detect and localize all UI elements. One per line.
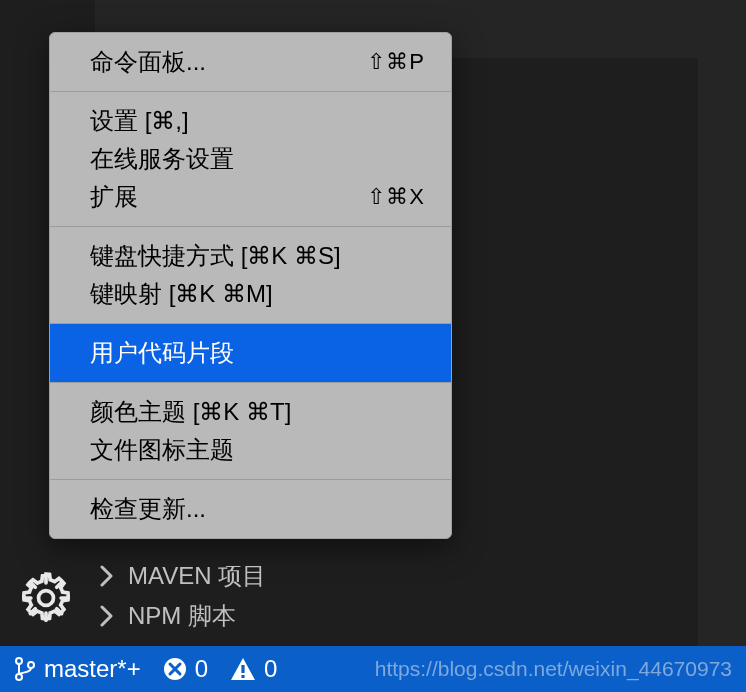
menu-item-settings[interactable]: 设置 [⌘,]: [50, 92, 451, 140]
menu-item-label: 键盘快捷方式 [⌘K ⌘S]: [90, 240, 341, 272]
menu-item-file-icon-theme[interactable]: 文件图标主题: [50, 431, 451, 479]
right-scroll-strip: [728, 0, 746, 692]
panel-section-npm[interactable]: NPM 脚本: [100, 600, 266, 632]
status-branch-label: master*+: [44, 655, 141, 683]
menu-item-label: 在线服务设置: [90, 143, 234, 175]
status-warnings[interactable]: 0: [230, 655, 277, 683]
git-branch-icon: [14, 655, 36, 683]
svg-rect-6: [241, 675, 244, 678]
svg-point-3: [28, 662, 34, 668]
menu-item-online-services[interactable]: 在线服务设置: [50, 140, 451, 178]
menu-item-label: 用户代码片段: [90, 337, 234, 369]
settings-context-menu: 命令面板... ⇧⌘P 设置 [⌘,] 在线服务设置 扩展 ⇧⌘X 键盘快捷方式…: [49, 32, 452, 539]
watermark-text: https://blog.csdn.net/weixin_44670973: [375, 657, 732, 681]
panel-section-label: NPM 脚本: [128, 600, 236, 632]
menu-item-label: 命令面板...: [90, 46, 206, 78]
status-errors-count: 0: [195, 655, 208, 683]
menu-item-label: 颜色主题 [⌘K ⌘T]: [90, 396, 291, 428]
svg-point-1: [16, 658, 22, 664]
menu-item-label: 检查更新...: [90, 493, 206, 525]
menu-item-label: 扩展: [90, 181, 138, 213]
menu-item-user-snippets[interactable]: 用户代码片段: [50, 324, 451, 382]
menu-item-keymaps[interactable]: 键映射 [⌘K ⌘M]: [50, 275, 451, 323]
warning-icon: [230, 657, 256, 681]
status-bar: master*+ 0 0 https://blog.csdn.net/weixi…: [0, 646, 746, 692]
error-icon: [163, 657, 187, 681]
menu-item-check-updates[interactable]: 检查更新...: [50, 480, 451, 538]
chevron-right-icon: [100, 605, 114, 627]
menu-item-extensions[interactable]: 扩展 ⇧⌘X: [50, 178, 451, 226]
menu-item-label: 文件图标主题: [90, 434, 234, 466]
panel-section-label: MAVEN 项目: [128, 560, 266, 592]
status-errors[interactable]: 0: [163, 655, 208, 683]
chevron-right-icon: [100, 565, 114, 587]
status-git-branch[interactable]: master*+: [14, 655, 141, 683]
menu-item-shortcut: ⇧⌘P: [367, 49, 425, 75]
svg-point-2: [16, 674, 22, 680]
menu-item-color-theme[interactable]: 颜色主题 [⌘K ⌘T]: [50, 383, 451, 431]
svg-point-0: [39, 591, 54, 606]
menu-item-label: 键映射 [⌘K ⌘M]: [90, 278, 273, 310]
menu-item-shortcut: ⇧⌘X: [367, 184, 425, 210]
gear-icon[interactable]: [18, 570, 74, 626]
menu-item-label: 设置 [⌘,]: [90, 105, 189, 137]
menu-item-keyboard-shortcuts[interactable]: 键盘快捷方式 [⌘K ⌘S]: [50, 227, 451, 275]
menu-item-command-palette[interactable]: 命令面板... ⇧⌘P: [50, 33, 451, 91]
panel-section-maven[interactable]: MAVEN 项目: [100, 560, 266, 592]
svg-rect-5: [241, 665, 244, 673]
status-warnings-count: 0: [264, 655, 277, 683]
